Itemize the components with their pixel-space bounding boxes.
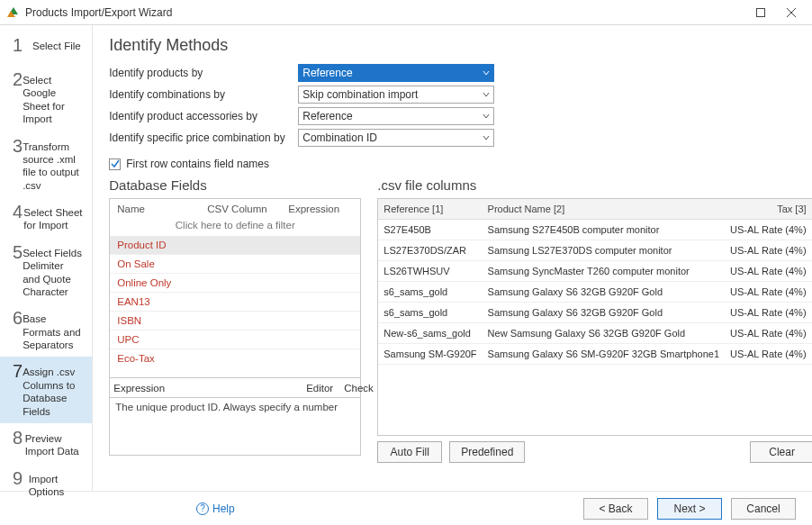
db-col-expr: Expression bbox=[288, 204, 339, 214]
db-field-list[interactable]: Product IDOn SaleOnline OnlyEAN13ISBNUPC… bbox=[110, 236, 360, 367]
db-field-item[interactable]: UPC bbox=[110, 330, 360, 349]
expression-label: Expression bbox=[110, 383, 168, 394]
db-field-item[interactable]: Product ID bbox=[110, 236, 360, 255]
next-button[interactable]: Next > bbox=[657, 498, 722, 520]
expression-editor-link[interactable]: Editor bbox=[301, 383, 338, 394]
step-label: Transform source .xml file to output .cs… bbox=[23, 137, 83, 193]
main-panel: Identify Methods Identify products byRef… bbox=[93, 25, 812, 491]
cancel-button[interactable]: Cancel bbox=[731, 498, 796, 520]
wizard-step-9[interactable]: 9Import Options bbox=[0, 464, 92, 504]
csv-column-header[interactable]: Reference [1] bbox=[378, 199, 482, 220]
database-fields-box: Name CSV Column Expression Click here to… bbox=[109, 198, 361, 378]
identify-label: Identify products by bbox=[109, 67, 298, 79]
database-fields-heading: Database Fields bbox=[109, 177, 361, 193]
step-label: Base Formats and Separators bbox=[23, 309, 83, 351]
chevron-down-icon bbox=[483, 91, 490, 98]
step-label: Select File bbox=[32, 36, 81, 52]
back-button[interactable]: < Back bbox=[583, 498, 648, 520]
close-button[interactable] bbox=[776, 0, 807, 24]
wizard-step-8[interactable]: 8Preview Import Data bbox=[0, 423, 92, 464]
db-field-item[interactable]: Eco-Tax bbox=[110, 349, 360, 367]
identify-select[interactable]: Skip combination import bbox=[298, 86, 494, 104]
identify-row: Identify specific price combination byCo… bbox=[109, 129, 812, 147]
identify-select[interactable]: Reference bbox=[298, 107, 494, 125]
db-field-item[interactable]: ISBN bbox=[110, 312, 360, 330]
expression-input[interactable] bbox=[168, 379, 301, 397]
csv-preview-table[interactable]: Reference [1]Product Name [2]Tax [3] S27… bbox=[378, 199, 812, 365]
identify-row: Identify products byReference bbox=[109, 64, 812, 82]
identify-select[interactable]: Combination ID bbox=[298, 129, 494, 147]
field-description: The unique product ID. Always specify a … bbox=[109, 398, 361, 456]
expression-row: Expression Editor Check bbox=[109, 378, 361, 398]
db-col-name: Name bbox=[117, 204, 207, 214]
step-number: 6 bbox=[13, 309, 23, 327]
wizard-step-2[interactable]: 2Select Google Sheet for Import bbox=[0, 65, 92, 131]
chevron-down-icon bbox=[483, 69, 490, 77]
svg-rect-2 bbox=[757, 8, 765, 16]
identify-row: Identify product accessories byReference bbox=[109, 107, 812, 125]
identify-select-value: Reference bbox=[302, 110, 352, 122]
db-field-item[interactable]: EAN13 bbox=[110, 293, 360, 312]
help-link[interactable]: ? Help bbox=[196, 502, 235, 515]
table-row[interactable]: s6_sams_goldSamsung Galaxy S6 32GB G920F… bbox=[378, 303, 812, 323]
step-number: 2 bbox=[13, 70, 23, 88]
step-number: 3 bbox=[13, 137, 23, 155]
step-label: Import Options bbox=[29, 469, 84, 499]
csv-preview-box: Reference [1]Product Name [2]Tax [3] S27… bbox=[377, 198, 812, 436]
identify-select[interactable]: Reference bbox=[298, 64, 494, 82]
help-icon: ? bbox=[196, 502, 209, 515]
step-number: 5 bbox=[13, 243, 23, 261]
wizard-step-4[interactable]: 4Select Sheet for Import bbox=[0, 197, 92, 238]
step-number: 4 bbox=[13, 203, 23, 221]
identify-heading: Identify Methods bbox=[109, 36, 812, 55]
csv-column-header[interactable]: Tax [3] bbox=[725, 199, 812, 220]
wizard-step-1[interactable]: 1Select File bbox=[0, 31, 92, 65]
chevron-down-icon bbox=[483, 134, 490, 141]
autofill-button[interactable]: Auto Fill bbox=[377, 441, 442, 463]
db-field-item[interactable]: Online Only bbox=[110, 274, 360, 293]
wizard-step-7[interactable]: 7Assign .csv Columns to Database Fields bbox=[0, 357, 92, 423]
identify-select-value: Reference bbox=[302, 67, 352, 79]
table-row[interactable]: S27E450BSamsung S27E450B computer monito… bbox=[378, 220, 812, 240]
step-label: Assign .csv Columns to Database Fields bbox=[23, 362, 83, 418]
step-number: 7 bbox=[13, 362, 23, 380]
table-row[interactable]: s6_sams_goldSamsung Galaxy S6 32GB G920F… bbox=[378, 282, 812, 303]
db-col-csv: CSV Column bbox=[207, 204, 288, 214]
identify-row: Identify combinations bySkip combination… bbox=[109, 86, 812, 104]
table-row[interactable]: LS27E370DS/ZARSamsung LS27E370DS compute… bbox=[378, 240, 812, 261]
csv-column-header[interactable]: Product Name [2] bbox=[483, 199, 725, 220]
expression-check-link[interactable]: Check bbox=[338, 383, 379, 394]
step-label: Select Google Sheet for Import bbox=[23, 70, 83, 126]
first-row-checkbox-row: First row contains field names bbox=[109, 158, 812, 170]
chevron-down-icon bbox=[483, 113, 490, 120]
maximize-button[interactable] bbox=[745, 0, 776, 24]
clear-button[interactable]: Clear bbox=[750, 441, 812, 463]
step-label: Select Sheet for Import bbox=[23, 203, 83, 232]
table-row[interactable]: New-s6_sams_goldNew Samsung Galaxy S6 32… bbox=[378, 323, 812, 344]
table-row[interactable]: Samsung SM-G920FSamsung Galaxy S6 SM-G92… bbox=[378, 344, 812, 365]
wizard-step-6[interactable]: 6Base Formats and Separators bbox=[0, 303, 92, 357]
app-icon bbox=[7, 6, 20, 19]
identify-select-value: Skip combination import bbox=[302, 88, 418, 101]
step-number: 1 bbox=[13, 36, 32, 54]
table-row[interactable]: LS26TWHSUVSamsung SyncMaster T260 comput… bbox=[378, 261, 812, 282]
identify-label: Identify specific price combination by bbox=[109, 131, 298, 144]
predefined-button[interactable]: Predefined bbox=[449, 441, 525, 463]
wizard-footer: ? Help < Back Next > Cancel bbox=[0, 491, 812, 525]
step-label: Preview Import Data bbox=[25, 429, 84, 458]
csv-columns-heading: .csv file columns bbox=[377, 177, 812, 193]
first-row-checkbox-label: First row contains field names bbox=[126, 158, 269, 170]
db-field-item[interactable]: On Sale bbox=[110, 255, 360, 274]
titlebar: Products Import/Export Wizard bbox=[0, 0, 812, 25]
window-title: Products Import/Export Wizard bbox=[25, 6, 745, 19]
wizard-step-5[interactable]: 5Select Fields Delimiter and Quote Chara… bbox=[0, 238, 92, 304]
step-number: 8 bbox=[13, 429, 25, 447]
step-label: Select Fields Delimiter and Quote Charac… bbox=[23, 243, 83, 299]
wizard-steps-sidebar: 1Select File2Select Google Sheet for Imp… bbox=[0, 25, 93, 491]
wizard-step-3[interactable]: 3Transform source .xml file to output .c… bbox=[0, 131, 92, 198]
identify-label: Identify product accessories by bbox=[109, 110, 298, 122]
identify-label: Identify combinations by bbox=[109, 88, 298, 101]
step-number: 9 bbox=[13, 469, 29, 487]
first-row-checkbox[interactable] bbox=[109, 158, 121, 170]
db-filter-hint[interactable]: Click here to define a filter bbox=[110, 214, 360, 236]
